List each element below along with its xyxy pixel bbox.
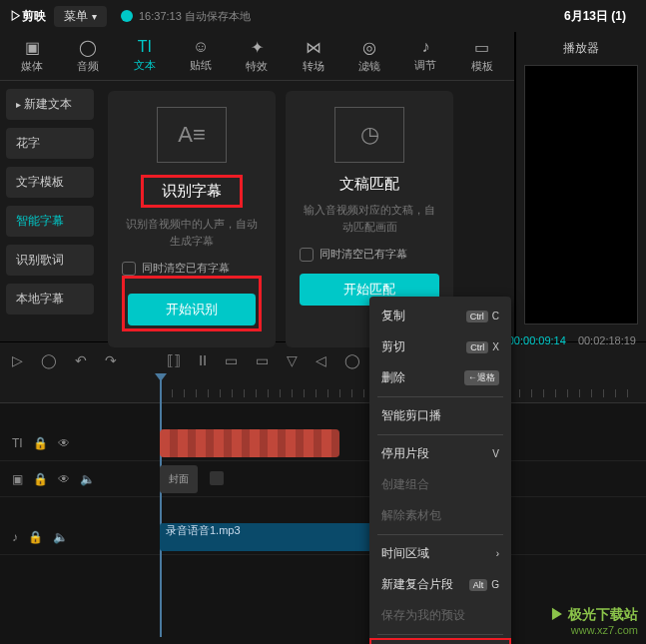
video-clip[interactable] [210, 471, 224, 485]
ctx-unlink-asset: 解除素材包 [369, 500, 511, 531]
sidebar-item-new-text[interactable]: 新建文本 [6, 89, 94, 120]
ctx-create-group: 创建组合 [369, 469, 511, 500]
track-audio[interactable]: ♪ 🔒 🔈 录音语音1.mp3 [0, 519, 646, 555]
track-video-head: ▣ 🔒 👁 🔈 [0, 472, 160, 486]
ctx-disable-clip[interactable]: 停用片段V [369, 438, 511, 469]
total-time: 00:02:18:19 [578, 334, 636, 346]
player-viewport[interactable] [524, 65, 638, 324]
main-panel: ▣媒体 ◯音频 TI文本 ☺贴纸 ✦特效 ⋈转场 ◎滤镜 ♪调节 ▭模板 新建文… [0, 32, 646, 341]
crop1-icon[interactable]: ▭ [225, 352, 238, 368]
sidebar-item-local-subtitle[interactable]: 本地字幕 [6, 284, 94, 315]
tab-filter[interactable]: ◎滤镜 [341, 38, 397, 74]
track-text[interactable]: TI 🔒 👁 [0, 425, 646, 461]
audio-track-icon: ♪ [12, 530, 18, 544]
flip-h-icon[interactable]: ◁ [316, 352, 326, 368]
context-menu: 复制CtrlC 剪切CtrlX 删除←退格 智能剪口播 停用片段V 创建组合 解… [369, 297, 511, 644]
lock-icon[interactable]: 🔒 [28, 530, 43, 544]
autosave-status: 16:37:13 自动保存本地 [121, 9, 251, 24]
tab-media[interactable]: ▣媒体 [4, 38, 60, 74]
transcript-card-title: 文稿匹配 [339, 175, 399, 194]
sidebar-item-recognize-lyrics[interactable]: 识别歌词 [6, 245, 94, 276]
sidebar-item-fancy-text[interactable]: 花字 [6, 128, 94, 159]
text-track-icon: TI [12, 436, 23, 450]
timeline-ruler[interactable] [0, 377, 646, 403]
subtitle-clear-checkbox[interactable]: 同时清空已有字幕 [122, 261, 230, 276]
subtitle-card-title: 识别字幕 [141, 175, 243, 208]
tab-text[interactable]: TI文本 [117, 38, 173, 74]
text-clip[interactable] [160, 429, 339, 457]
visibility-icon[interactable]: 👁 [58, 436, 70, 450]
library-panel: ▣媒体 ◯音频 TI文本 ☺贴纸 ✦特效 ⋈转场 ◎滤镜 ♪调节 ▭模板 新建文… [0, 32, 516, 341]
transcript-card-desc: 输入音视频对应的文稿，自动匹配画面 [300, 202, 439, 235]
text-icon: TI [117, 38, 173, 56]
timeline-tracks[interactable]: TI 🔒 👁 ▣ 🔒 👁 🔈 封面 ♪ 🔒 🔈 录音语音1.mp3 [0, 377, 646, 644]
trim-icon[interactable]: ⅠⅠ [199, 352, 207, 368]
watermark-url: www.xz7.com [550, 624, 638, 636]
menu-button[interactable]: 菜单 [54, 6, 107, 27]
player-title: 播放器 [524, 40, 638, 57]
player-panel: 播放器 [516, 32, 646, 341]
crop2-icon[interactable]: ▭ [256, 352, 269, 368]
video-track-icon: ▣ [12, 472, 23, 486]
ctx-save-preset: 保存为我的预设 [369, 600, 511, 631]
sidebar-item-smart-subtitle[interactable]: 智能字幕 [6, 206, 94, 237]
track-text-head: TI 🔒 👁 [0, 436, 160, 450]
lock-icon[interactable]: 🔒 [33, 472, 48, 486]
redo-icon[interactable]: ↷ [105, 352, 117, 368]
filter-icon: ◎ [341, 38, 397, 57]
mute-icon[interactable]: 🔈 [80, 472, 95, 486]
tab-sticker[interactable]: ☺贴纸 [173, 38, 229, 74]
current-time: 00:00:09:14 [508, 334, 566, 346]
audio-icon: ◯ [60, 38, 116, 57]
tool-selection-icon[interactable]: ◯ [41, 352, 57, 368]
track-audio-head: ♪ 🔒 🔈 [0, 530, 160, 544]
ctx-cut[interactable]: 剪切CtrlX [369, 331, 511, 362]
split-icon[interactable]: ⟦⟧ [167, 352, 181, 368]
subtitle-button-highlight: 开始识别 [122, 276, 262, 331]
mute-icon[interactable]: 🔈 [53, 530, 68, 544]
subtitle-card-desc: 识别音视频中的人声，自动生成字幕 [122, 216, 262, 249]
undo-icon[interactable]: ↶ [75, 352, 87, 368]
sidebar-item-text-template[interactable]: 文字模板 [6, 167, 94, 198]
tab-template[interactable]: ▭模板 [454, 38, 510, 74]
flip-v-icon[interactable]: ▽ [287, 352, 298, 368]
ctx-smart-cut[interactable]: 智能剪口播 [369, 400, 511, 431]
ctx-delete[interactable]: 删除←退格 [369, 362, 511, 393]
adjust-icon: ♪ [397, 38, 453, 56]
visibility-icon[interactable]: 👁 [58, 472, 70, 486]
tab-effects[interactable]: ✦特效 [229, 38, 285, 74]
ctx-copy[interactable]: 复制CtrlC [369, 301, 511, 331]
subtitle-card-icon: A≡ [157, 107, 227, 163]
time-display: 00:00:09:14 00:02:18:19 [508, 334, 636, 346]
lock-icon[interactable]: 🔒 [33, 436, 48, 450]
ctx-new-compound[interactable]: 新建复合片段AltG [369, 569, 511, 600]
tool-cursor-icon[interactable]: ▷ [12, 352, 23, 368]
library-tabs: ▣媒体 ◯音频 TI文本 ☺贴纸 ✦特效 ⋈转场 ◎滤镜 ♪调节 ▭模板 [0, 32, 514, 81]
card-recognize-subtitle: A≡ 识别字幕 识别音视频中的人声，自动生成字幕 同时清空已有字幕 开始识别 [108, 91, 276, 347]
watermark-title: ▶ 极光下载站 [550, 606, 638, 624]
ctx-time-range[interactable]: 时间区域› [369, 538, 511, 569]
start-recognize-button[interactable]: 开始识别 [128, 294, 256, 325]
media-icon: ▣ [4, 38, 60, 57]
transition-icon: ⋈ [286, 38, 341, 57]
tab-adjust[interactable]: ♪调节 [397, 38, 453, 74]
template-icon: ▭ [454, 38, 510, 57]
app-logo: ▷剪映 [10, 8, 46, 25]
watermark: ▶ 极光下载站 www.xz7.com [550, 606, 638, 636]
ctx-recognize-subtitle-lyrics[interactable]: 识别字幕/歌词 [369, 638, 511, 644]
transcript-card-icon: ◷ [334, 107, 404, 163]
tab-transition[interactable]: ⋈转场 [286, 38, 341, 74]
project-title: 6月13日 (1) [564, 8, 626, 25]
topbar: ▷剪映 菜单 16:37:13 自动保存本地 6月13日 (1) [0, 0, 646, 32]
tab-audio[interactable]: ◯音频 [60, 38, 116, 74]
text-sidebar: 新建文本 花字 文字模板 智能字幕 识别歌词 本地字幕 [0, 81, 100, 357]
playhead[interactable] [160, 377, 162, 637]
effects-icon: ✦ [229, 38, 285, 57]
cover-clip[interactable]: 封面 [160, 465, 198, 493]
track-video[interactable]: ▣ 🔒 👁 🔈 封面 [0, 461, 646, 497]
transcript-clear-checkbox[interactable]: 同时清空已有字幕 [300, 247, 407, 262]
rotate-icon[interactable]: ◯ [344, 352, 360, 368]
sticker-icon: ☺ [173, 38, 229, 56]
